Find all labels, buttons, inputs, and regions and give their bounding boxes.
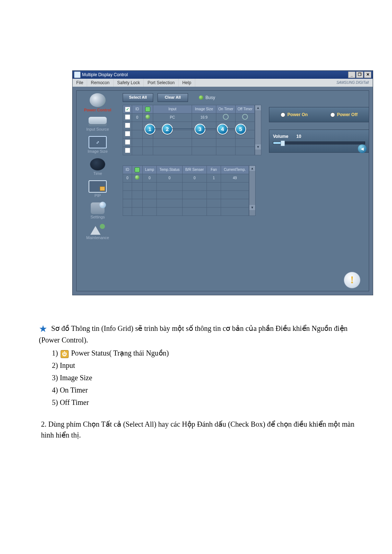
power-on-radio[interactable]: Power On <box>281 112 308 117</box>
sidebar-item-image-size[interactable]: Image Size <box>76 149 119 154</box>
cell-id: 0 <box>132 114 143 122</box>
power-badge-icon: ⏻ <box>61 350 69 358</box>
scrollbar[interactable]: ▲ ▼ <box>249 165 256 216</box>
restore-button[interactable]: ❐ <box>356 71 363 78</box>
power-control-icon[interactable] <box>90 93 106 107</box>
sidebar-item-time[interactable]: Time <box>76 171 119 176</box>
cell-image-size: 16:9 <box>192 114 216 122</box>
warning-icon[interactable]: ! <box>344 272 360 288</box>
col-lamp: Lamp <box>143 166 157 174</box>
col-id: ID <box>132 105 143 114</box>
busy-label: Busy <box>205 95 215 100</box>
power-off-label: Power Off <box>337 112 358 117</box>
scroll-up-icon[interactable]: ▲ <box>249 166 255 171</box>
close-button[interactable]: ✕ <box>364 71 371 78</box>
power-off-radio[interactable]: Power Off <box>330 112 358 117</box>
callout-3: 3 <box>195 124 205 135</box>
col-image-size: Image Size <box>192 105 216 114</box>
table-row[interactable] <box>123 139 255 147</box>
busy-indicator-icon <box>199 95 203 100</box>
table-row[interactable] <box>123 199 249 208</box>
menu-help[interactable]: Help <box>179 79 195 87</box>
menu-file[interactable]: File <box>73 79 87 87</box>
sidebar: Power Control Input Source ⤢ Image Size … <box>76 93 119 245</box>
cell-input: PC <box>153 114 192 122</box>
table-row[interactable]: 0 PC 16:9 <box>123 114 255 122</box>
slider-thumb[interactable] <box>281 140 285 146</box>
col-temp-status: Temp.Status <box>157 166 183 174</box>
callout-1: 1 <box>144 124 155 135</box>
content-area: Select All Clear All Busy ID Input <box>123 93 369 291</box>
row-checkbox[interactable] <box>125 148 130 153</box>
select-all-checkbox[interactable] <box>125 107 130 112</box>
row-checkbox[interactable] <box>125 123 130 128</box>
table-row[interactable] <box>123 208 249 216</box>
doc-step2: 2. Dùng phím Chọn Tất cả (Select All) ha… <box>41 419 358 440</box>
doc-intro: Sơ đồ Thông tin (Info Grid) sẽ trình bày… <box>39 324 348 344</box>
maintenance-icon[interactable] <box>90 224 105 235</box>
cell-temp-status: 0 <box>157 174 183 182</box>
sidebar-item-input-source[interactable]: Input Source <box>76 127 119 132</box>
pip-icon[interactable] <box>89 180 107 193</box>
volume-box: Volume 10 ◄ <box>269 130 369 153</box>
sidebar-item-pip[interactable]: PIP <box>76 193 119 198</box>
menu-port-selection[interactable]: Port Selection <box>144 79 179 87</box>
speaker-icon[interactable]: ◄ <box>358 144 367 153</box>
clear-all-button[interactable]: Clear All <box>158 93 188 102</box>
doc-l5: 5) Off Timer <box>52 397 358 408</box>
settings-icon[interactable] <box>91 202 105 214</box>
row-checkbox[interactable] <box>125 139 130 145</box>
col-input: Input <box>153 105 192 114</box>
callout-4: 4 <box>217 124 228 135</box>
connector <box>205 128 216 129</box>
connector <box>227 128 234 129</box>
input-source-icon[interactable] <box>89 117 107 126</box>
row-checkbox[interactable] <box>125 131 130 136</box>
off-timer-icon <box>242 114 248 120</box>
doc-l3: 3) Image Size <box>52 372 358 383</box>
app-window: Multiple Display Control _ ❐ ✕ File Remo… <box>72 70 373 295</box>
scroll-down-icon[interactable]: ▼ <box>255 144 261 149</box>
table-row[interactable] <box>123 191 249 199</box>
table-row[interactable] <box>123 182 249 191</box>
scroll-up-icon[interactable]: ▲ <box>255 105 261 110</box>
connector <box>155 128 161 129</box>
table-row[interactable] <box>123 147 255 155</box>
callout-5: 5 <box>235 124 246 135</box>
image-size-icon[interactable]: ⤢ <box>89 136 107 148</box>
sidebar-item-maintenance[interactable]: Maintenance <box>76 235 119 240</box>
doc-l1-num: 1) <box>52 349 60 357</box>
on-timer-icon <box>223 114 229 120</box>
cell-fan: 1 <box>207 174 221 182</box>
cell-br: 0 <box>183 174 207 182</box>
scroll-down-icon[interactable]: ▼ <box>249 205 255 210</box>
table-row[interactable]: 0 0 0 0 1 49 <box>123 174 249 182</box>
menu-safety-lock[interactable]: Safety Lock <box>114 79 144 87</box>
window-title: Multiple Display Control <box>82 71 128 79</box>
power-status-header-icon <box>145 107 150 112</box>
col-current-temp: CurrentTemp. <box>221 166 249 174</box>
connector <box>172 128 194 129</box>
col-fan: Fan <box>207 166 221 174</box>
titlebar[interactable]: Multiple Display Control _ ❐ ✕ <box>73 71 373 79</box>
time-icon[interactable] <box>90 158 105 171</box>
col-off-timer: Off Timer <box>236 105 255 114</box>
scrollbar[interactable]: ▲ ▼ <box>255 105 261 155</box>
doc-l1-text: Power Status( Trạng thái Nguồn) <box>71 349 169 357</box>
sidebar-item-settings[interactable]: Settings <box>76 215 119 219</box>
power-status-icon <box>135 175 139 180</box>
menu-remocon[interactable]: Remocon <box>87 79 113 87</box>
select-all-button[interactable]: Select All <box>123 93 153 102</box>
document-text: Sơ đồ Thông tin (Info Grid) sẽ trình bày… <box>39 323 358 440</box>
sidebar-item-power-control[interactable]: Power Control <box>76 108 119 112</box>
power-status-header-icon <box>135 167 140 172</box>
power-panel: Power On Power Off Volume 10 ◄ <box>269 107 369 153</box>
radio-icon <box>330 112 335 117</box>
volume-slider[interactable] <box>273 141 365 144</box>
row-checkbox[interactable] <box>125 114 130 120</box>
volume-label: Volume <box>273 134 288 139</box>
doc-l2: 2) Input <box>52 360 358 371</box>
minimize-button[interactable]: _ <box>348 71 355 78</box>
callout-2: 2 <box>162 124 173 135</box>
table-row[interactable] <box>123 130 255 139</box>
